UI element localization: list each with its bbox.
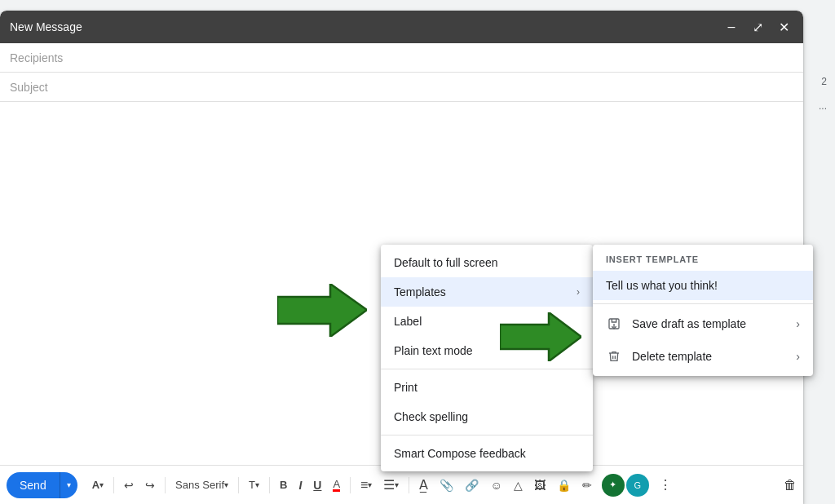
menu-item-templates-label: Templates	[394, 285, 446, 298]
submenu-item-save-draft[interactable]: Save draft as template ›	[593, 307, 813, 340]
save-draft-icon	[606, 316, 622, 332]
lock-icon: 🔒	[557, 479, 571, 492]
submenu-delete-arrow: ›	[796, 350, 800, 363]
menu-item-templates-arrow: ›	[577, 286, 580, 298]
photo-icon: 🖼	[534, 479, 546, 492]
font-color-icon: A	[333, 479, 340, 492]
align-arrow: ▾	[368, 480, 372, 489]
menu-item-smart-compose[interactable]: Smart Compose feedback	[381, 439, 593, 468]
text-size-icon: T	[249, 479, 255, 491]
send-dropdown-button[interactable]: ▾	[60, 472, 77, 498]
menu-item-spelling-label: Check spelling	[394, 410, 468, 423]
text-color-icon: A̲	[419, 477, 428, 493]
minimize-button[interactable]: –	[722, 17, 741, 37]
subject-field[interactable]: Subject	[0, 73, 803, 102]
font-family-button[interactable]: Sans Serif ▾	[170, 475, 233, 494]
list-icon: ☰	[383, 477, 395, 493]
drive-button[interactable]: △	[509, 475, 528, 495]
fullscreen-button[interactable]: ⤢	[748, 17, 767, 37]
menu-item-print[interactable]: Print	[381, 373, 593, 402]
undo-button[interactable]: ↩	[119, 475, 139, 495]
photo-button[interactable]: 🖼	[529, 475, 550, 495]
list-button[interactable]: ☰ ▾	[378, 474, 404, 496]
toolbar-separator-5	[350, 477, 351, 493]
recipients-placeholder: Recipients	[10, 51, 63, 64]
smart-reply-icon-1[interactable]: ✦	[602, 474, 625, 497]
text-color-btn[interactable]: A̲	[414, 474, 433, 496]
smart-reply-icon-2[interactable]: G	[626, 474, 649, 497]
attach-button[interactable]: 📎	[435, 475, 458, 495]
redo-button[interactable]: ↪	[140, 475, 160, 495]
emoji-icon: ☺	[490, 479, 501, 492]
submenu-save-draft-arrow: ›	[796, 317, 800, 330]
text-size-button[interactable]: T ▾	[244, 475, 264, 494]
delete-template-icon	[606, 348, 622, 365]
svg-marker-0	[277, 284, 367, 337]
menu-item-plaintext-label: Plain text mode	[394, 344, 473, 357]
underline-button[interactable]: U	[308, 475, 326, 495]
arrow-1	[277, 284, 367, 340]
font-color-button[interactable]: A	[328, 475, 345, 495]
font-family-arrow: ▾	[224, 480, 228, 489]
redo-icon: ↪	[145, 479, 155, 492]
submenu: INSERT TEMPLATE Tell us what you think! …	[593, 245, 813, 376]
menu-item-fullscreen[interactable]: Default to full screen	[381, 248, 593, 277]
signature-icon: ✏	[582, 479, 592, 492]
recipients-field[interactable]: Recipients	[0, 43, 803, 73]
close-button[interactable]: ✕	[774, 17, 793, 37]
arrow-2	[500, 312, 581, 365]
compose-title: New Message	[10, 20, 82, 33]
compose-header: New Message – ⤢ ✕	[0, 11, 803, 43]
submenu-item-save-draft-left: Save draft as template	[606, 316, 746, 332]
format-text-icon: A	[92, 479, 99, 491]
menu-divider-2	[381, 435, 593, 435]
toolbar-buttons: A ▾ ↩ ↪ Sans Serif ▾ T ▾ B	[87, 474, 797, 497]
bold-icon: B	[280, 479, 287, 491]
more-options-button[interactable]: ⋮	[654, 474, 677, 496]
menu-divider-1	[381, 369, 593, 369]
submenu-item-delete-template-left: Delete template	[606, 348, 712, 365]
submenu-item-tell-us[interactable]: Tell us what you think!	[593, 271, 813, 300]
send-button-group: Send ▾	[7, 472, 77, 498]
menu-item-fullscreen-label: Default to full screen	[394, 256, 498, 269]
submenu-header: INSERT TEMPLATE	[593, 248, 813, 271]
bold-button[interactable]: B	[275, 475, 292, 494]
submenu-divider-1	[593, 303, 813, 304]
sidebar-count-1: 2	[821, 73, 827, 88]
text-size-arrow: ▾	[255, 480, 259, 489]
undo-icon: ↩	[124, 479, 134, 492]
signature-button[interactable]: ✏	[577, 475, 597, 495]
compose-header-actions: – ⤢ ✕	[722, 17, 793, 37]
menu-item-smart-compose-label: Smart Compose feedback	[394, 447, 526, 460]
menu-item-label-text: Label	[394, 315, 422, 328]
menu-item-spelling[interactable]: Check spelling	[381, 402, 593, 431]
emoji-button[interactable]: ☺	[485, 475, 506, 495]
submenu-item-tell-us-label: Tell us what you think!	[606, 279, 718, 292]
menu-item-print-label: Print	[394, 381, 418, 394]
trash-icon: 🗑	[784, 478, 797, 492]
discard-button[interactable]: 🗑	[784, 478, 797, 493]
link-icon: 🔗	[465, 479, 479, 492]
send-button[interactable]: Send	[7, 472, 60, 498]
link-button[interactable]: 🔗	[460, 475, 484, 495]
menu-item-templates[interactable]: Templates ›	[381, 277, 593, 307]
underline-icon: U	[313, 479, 321, 492]
format-dropdown-icon: ▾	[99, 480, 104, 489]
italic-icon: I	[298, 479, 302, 492]
svg-marker-1	[500, 312, 581, 361]
submenu-item-delete-template[interactable]: Delete template ›	[593, 340, 813, 373]
list-arrow: ▾	[395, 480, 399, 489]
formatting-options-button[interactable]: A ▾	[87, 475, 108, 494]
toolbar-separator-6	[409, 477, 409, 493]
sidebar-count-2: ...	[819, 98, 827, 113]
italic-button[interactable]: I	[294, 475, 307, 495]
subject-placeholder: Subject	[10, 81, 48, 94]
lock-button[interactable]: 🔒	[552, 475, 576, 495]
font-family-label: Sans Serif	[175, 479, 224, 491]
submenu-item-save-draft-label: Save draft as template	[632, 317, 746, 330]
more-options-icon: ⋮	[659, 477, 672, 493]
align-button[interactable]: ≡ ▾	[356, 475, 377, 496]
toolbar-separator-3	[238, 477, 239, 493]
align-icon: ≡	[360, 478, 368, 493]
toolbar-separator-1	[113, 477, 114, 493]
